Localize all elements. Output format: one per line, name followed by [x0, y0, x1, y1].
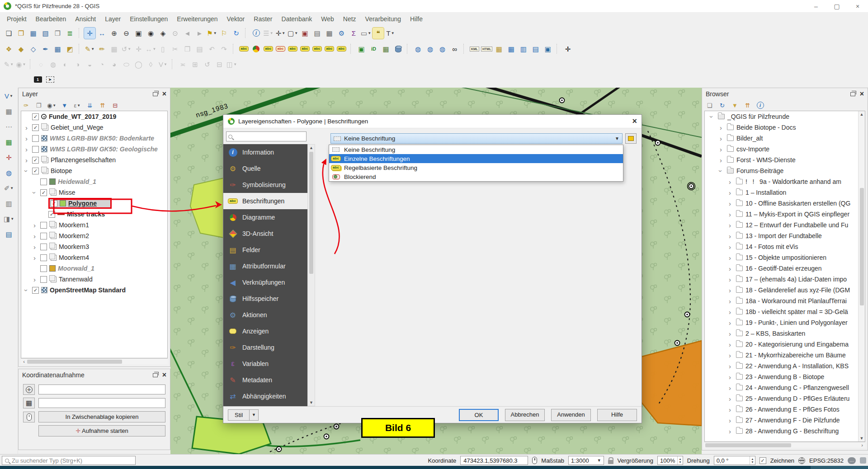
field-calculator-icon[interactable]: ▦ [324, 28, 335, 39]
menu-netz[interactable]: Netz [339, 14, 360, 24]
menu-ansicht[interactable]: Ansicht [71, 14, 100, 24]
expander-icon[interactable]: › [717, 156, 724, 164]
expander-icon[interactable]: › [726, 200, 733, 207]
rhombus-tool-icon[interactable]: ◊ [145, 59, 156, 70]
expander-icon[interactable]: › [726, 341, 733, 348]
save-project-icon[interactable]: ▦ [28, 28, 39, 39]
dialog-tab-aktionen[interactable]: ⚙Aktionen [223, 307, 307, 323]
manage-visibility-icon[interactable]: ◉▼ [47, 101, 56, 110]
layer-item-moorkern4[interactable]: ›Moorkern4 [21, 252, 167, 263]
add-group-icon[interactable]: ❐ [34, 101, 43, 110]
browser-vscrollbar[interactable]: ▲ ▼ [858, 111, 865, 441]
anwenden-button[interactable]: Anwenden [551, 409, 591, 421]
dialog-tab-3d-ansicht[interactable]: 3D-Ansicht [223, 225, 307, 242]
move-label-diagram-icon[interactable]: abc [311, 43, 323, 55]
dialog-tab-felder[interactable]: ▤Felder [223, 242, 307, 258]
expander-icon[interactable]: › [23, 156, 30, 164]
layer-item-misse-tracks[interactable]: Misse tracks [21, 209, 167, 220]
open-attribute-table-icon[interactable]: ▤ [311, 28, 323, 39]
coordinate-capture-camera-icon[interactable]: 1 [32, 74, 43, 85]
open-project-icon[interactable]: ❐ [15, 28, 27, 39]
browser-item[interactable]: ›18 - Geländerelief aus xyz-File (DGM [705, 285, 865, 295]
paste-features-icon[interactable]: ▤ [194, 43, 205, 55]
cut-features-icon[interactable]: ✂ [170, 43, 181, 55]
browser-item[interactable]: ›20 - Kategorisierung und Eingabema [705, 339, 865, 350]
zoom-full-icon[interactable]: ▣ [133, 28, 144, 39]
layer-item-wms-lgrb-bw-gk50-geologische[interactable]: ›WMS LGRB-BW GK50: Geologische [21, 144, 167, 155]
ok-button[interactable]: OK [459, 409, 499, 421]
hatch-tool-icon[interactable]: ▥ [3, 198, 14, 209]
browser-item[interactable]: ›17 – (ehemals 4a) Lidar-Daten impo [705, 274, 865, 285]
circle-2points-icon[interactable]: ◌ [35, 59, 47, 70]
blue-table-tool-icon[interactable]: ▤ [3, 229, 14, 240]
dialog-tab-beschriftungen[interactable]: abcBeschriftungen [223, 193, 307, 209]
crosshair-tool-icon[interactable]: ✛ [562, 43, 573, 55]
layer-tree-hscrollbar[interactable]: ‹ [21, 358, 168, 364]
crs-status[interactable]: EPSG:25832 [809, 457, 844, 464]
lattice-tool-icon[interactable]: ▥ [518, 43, 529, 55]
expander-icon[interactable]: › [726, 211, 733, 218]
browser-item[interactable]: ›13 - Import der Fundtabelle [705, 230, 865, 241]
expander-icon[interactable]: › [726, 352, 733, 359]
browser-item[interactable]: ›_QGIS für Pilzfreunde [705, 111, 865, 122]
dialog-tab-abh-ngigkeiten[interactable]: ⇄Abhängigkeiten [223, 388, 307, 404]
layer-visibility-checkbox[interactable] [40, 178, 47, 185]
pin-labels-icon[interactable]: abc [263, 43, 274, 55]
menu-einstellungen[interactable]: Einstellungen [126, 14, 172, 24]
green-grid-tool-icon[interactable]: ▦ [3, 136, 14, 148]
browser-item[interactable]: ›14 - Fotos mit eVis [705, 241, 865, 252]
expander-icon[interactable]: › [23, 135, 30, 142]
layer-item-moorwald-1[interactable]: Moorwald_1 [21, 263, 167, 274]
current-edits-icon[interactable]: ✎▼ [84, 43, 95, 55]
grid-tool-blue-icon[interactable]: ▦ [505, 43, 517, 55]
highlight-pinned-labels-icon[interactable]: abc [275, 43, 286, 55]
style-button[interactable]: Stil ▼ [228, 409, 259, 421]
hilfe-button[interactable]: Hilfe [597, 409, 637, 421]
new-bookmark-icon[interactable]: ⚑▼ [206, 28, 217, 39]
maximize-button[interactable]: ▢ [826, 0, 847, 13]
dialog-tab-symbolisierung[interactable]: ✑Symbolisierung [223, 177, 307, 193]
new-project-icon[interactable]: ❏ [3, 28, 14, 39]
layer-visibility-checkbox[interactable] [40, 254, 47, 261]
zoom-out-icon[interactable]: ⊖ [121, 28, 132, 39]
expander-icon[interactable]: › [726, 297, 733, 305]
zoom-in-icon[interactable]: ⊕ [108, 28, 120, 39]
menu-datenbank[interactable]: Datenbank [278, 14, 316, 24]
layer-item-biotope[interactable]: ›Biotope [21, 165, 167, 176]
simplify-feature-icon[interactable]: ⊟ [214, 59, 225, 70]
ellipse-center-icon[interactable]: ◒ [84, 59, 95, 70]
browser-item[interactable]: ›28 - Anwendung G - Beschriftung [705, 426, 865, 436]
layer-visibility-checkbox[interactable] [40, 244, 47, 250]
expander-icon[interactable]: › [726, 243, 733, 251]
zoom-native-icon[interactable]: ⊙ [170, 28, 181, 39]
browser-item[interactable]: ›csv-Importe [705, 144, 865, 155]
menu-verarbeitung[interactable]: Verarbeitung [361, 14, 405, 24]
style-dropdown-arrow[interactable]: ▼ [250, 409, 259, 421]
grid-coordinate-button[interactable]: ▦ [23, 398, 35, 408]
layer-item-pflanzengesellschaften[interactable]: ›Pflanzengesellschaften [21, 155, 167, 165]
expander-icon[interactable]: › [726, 178, 733, 186]
messages-icon[interactable]: … [848, 457, 856, 464]
rotate-label-icon[interactable]: abc [324, 43, 335, 55]
layer-item-polygone[interactable]: Polygone [21, 198, 167, 209]
raster-image-tool-icon[interactable]: ▦ [380, 43, 392, 55]
dialog-sidebar-scrollbar[interactable]: ▲ ▼ [307, 144, 315, 406]
digitize-shape-tool-icon[interactable]: V▼ [3, 90, 14, 102]
circle-3points-icon[interactable]: ◍ [47, 59, 59, 70]
layer-visibility-checkbox[interactable] [32, 124, 39, 131]
collapse-all-icon[interactable]: ⇈ [98, 101, 107, 110]
mouse-tracking-button[interactable] [23, 412, 35, 422]
layer-item-moorkern2[interactable]: ›Moorkern2 [21, 230, 167, 241]
circle-center-icon[interactable]: ◐ [60, 59, 71, 70]
coordinate-panel-close-icon[interactable]: × [162, 371, 166, 379]
add-virtual-layer-icon[interactable]: ◩ [64, 43, 75, 55]
expander-icon[interactable]: › [23, 124, 30, 131]
browser-item[interactable]: ›24 - Anwendung C - Pflanzengwesell [705, 382, 865, 393]
expander-icon[interactable]: › [717, 135, 724, 142]
checker-plugin-icon[interactable]: ▣ [356, 43, 367, 55]
add-spatialite-layer-icon[interactable]: ✒ [40, 43, 51, 55]
new-print-layout-icon[interactable]: ❒ [52, 28, 63, 39]
dropdown-option-regelbasierte-beschriftung[interactable]: abcRegelbasierte Beschriftung [329, 163, 623, 172]
browser-item[interactable]: ›25 - Anwendung D - PflGes Erläuteru [705, 393, 865, 404]
id-editor-icon[interactable]: iD [368, 43, 379, 55]
